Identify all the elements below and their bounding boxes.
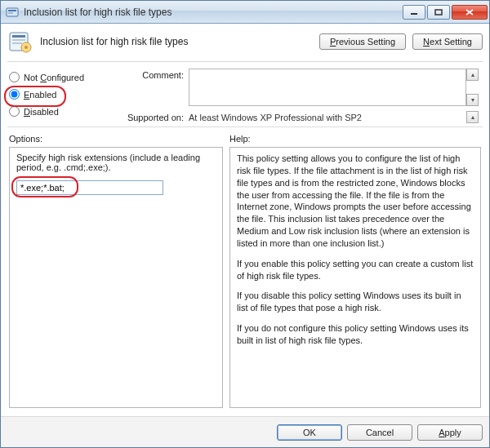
cancel-button[interactable]: Cancel [347, 424, 412, 441]
help-paragraph: If you enable this policy setting you ca… [237, 258, 474, 282]
app-icon [6, 6, 19, 19]
svg-rect-6 [12, 35, 25, 38]
options-pane: Options: Specify high risk extensions (i… [9, 134, 223, 408]
radio-disabled-input[interactable] [9, 106, 20, 117]
dialog-window: Inclusion list for high risk file types … [0, 0, 490, 448]
upper-section: Not Configured Enabled Disabled Comment:… [7, 67, 483, 127]
dialog-footer: OK Cancel Apply [1, 416, 489, 447]
scroll-down-icon[interactable]: ▾ [466, 94, 479, 106]
scroll-up-icon[interactable]: ▴ [466, 69, 479, 81]
client-area: Inclusion list for high risk file types … [1, 24, 489, 416]
help-paragraph: If you do not configure this policy sett… [237, 322, 474, 347]
radio-not-configured-input[interactable] [9, 72, 20, 82]
apply-button[interactable]: Apply [417, 424, 483, 441]
help-paragraph: This policy setting allows you to config… [237, 153, 474, 250]
radio-enabled-input[interactable] [9, 89, 20, 100]
header-row: Inclusion list for high risk file types … [7, 29, 483, 62]
state-radios: Not Configured Enabled Disabled [9, 69, 107, 123]
options-instruction: Specify high risk extensions (include a … [16, 153, 216, 172]
window-buttons [401, 5, 488, 20]
svg-rect-7 [12, 39, 25, 41]
svg-rect-4 [435, 10, 442, 15]
svg-point-10 [24, 46, 28, 49]
svg-rect-3 [411, 13, 417, 15]
extensions-input[interactable] [16, 180, 163, 195]
lower-section: Options: Specify high risk extensions (i… [7, 129, 483, 410]
svg-rect-2 [8, 12, 13, 14]
options-box: Specify high risk extensions (include a … [9, 147, 223, 408]
extensions-wrap [16, 180, 163, 195]
help-label: Help: [229, 134, 481, 144]
comment-scrollbar: ▴ ▾ [466, 69, 479, 106]
supported-label: Supported on: [115, 111, 189, 123]
radio-disabled[interactable]: Disabled [9, 106, 107, 117]
help-pane: Help: This policy setting allows you to … [229, 134, 481, 408]
comment-label: Comment: [115, 69, 189, 106]
scroll-up-icon[interactable]: ▴ [466, 111, 479, 123]
maximize-button[interactable] [427, 5, 450, 20]
supported-scrollbar: ▴ [466, 111, 479, 123]
ok-button[interactable]: OK [277, 424, 342, 441]
help-paragraph: If you disable this policy setting Windo… [237, 290, 474, 314]
titlebar[interactable]: Inclusion list for high risk file types [1, 1, 489, 24]
window-title: Inclusion list for high risk file types [24, 7, 401, 18]
svg-rect-8 [12, 42, 22, 44]
supported-value: At least Windows XP Professional with SP… [189, 111, 466, 123]
close-button[interactable] [452, 5, 488, 20]
help-box[interactable]: This policy setting allows you to config… [229, 147, 481, 408]
policy-icon [7, 29, 33, 55]
previous-setting-button[interactable]: Previous Setting [319, 33, 406, 50]
next-setting-button[interactable]: Next Setting [412, 33, 483, 50]
options-label: Options: [9, 134, 223, 144]
minimize-button[interactable] [403, 5, 425, 20]
comment-textarea[interactable] [189, 69, 466, 106]
svg-rect-1 [8, 10, 16, 11]
policy-title: Inclusion list for high risk file types [40, 36, 313, 47]
radio-not-configured[interactable]: Not Configured [9, 72, 107, 82]
comment-supported: Comment: ▴ ▾ Supported on: At least Wind… [115, 69, 479, 123]
radio-enabled[interactable]: Enabled [9, 89, 107, 100]
